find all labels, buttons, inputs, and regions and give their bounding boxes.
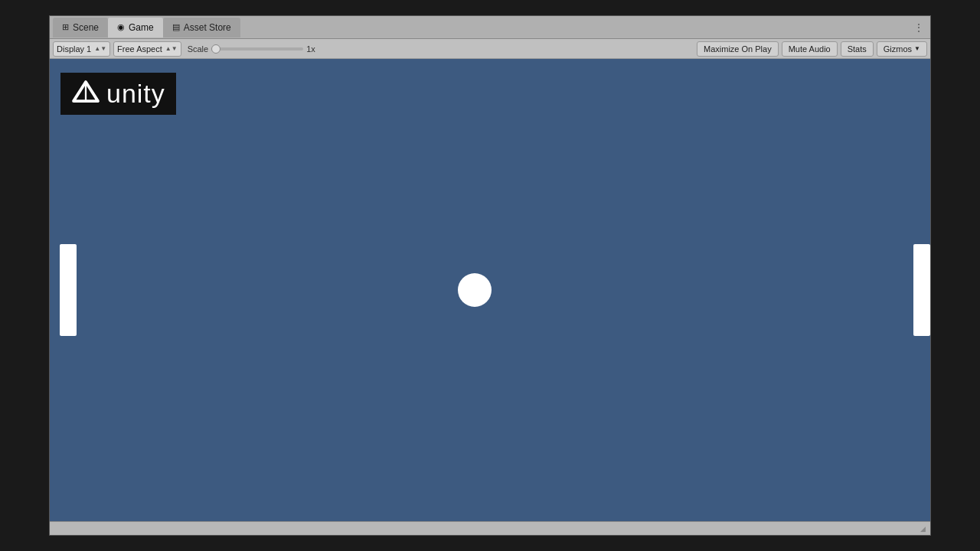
display-arrow-icon: ▲▼	[94, 45, 106, 52]
game-viewport: unity	[50, 59, 930, 521]
ball	[458, 273, 492, 307]
tab-scene-label: Scene	[73, 22, 99, 33]
tab-bar: ⊞ Scene ◉ Game ▤ Asset Store ⋮	[50, 16, 930, 39]
tab-bar-right: ⋮	[910, 21, 927, 34]
paddle-left	[60, 244, 77, 336]
scale-slider-thumb	[211, 44, 220, 54]
game-icon: ◉	[117, 22, 125, 32]
tab-asset-store-label: Asset Store	[184, 22, 231, 33]
gizmos-button[interactable]: Gizmos ▼	[877, 41, 927, 57]
paddle-right	[913, 244, 930, 336]
resize-handle-icon[interactable]: ◢	[918, 524, 927, 533]
toolbar: Display 1 ▲▼ Free Aspect ▲▼ Scale 1x Max…	[50, 39, 930, 59]
tab-overflow-icon[interactable]: ⋮	[910, 21, 927, 34]
unity-logo-text: unity	[106, 79, 165, 109]
display-select[interactable]: Display 1 ▲▼	[53, 41, 110, 57]
aspect-select[interactable]: Free Aspect ▲▼	[113, 41, 181, 57]
aspect-label: Free Aspect	[117, 44, 162, 54]
scale-value: 1x	[306, 44, 315, 54]
tab-scene[interactable]: ⊞ Scene	[53, 18, 108, 37]
mute-audio-button[interactable]: Mute Audio	[782, 41, 838, 57]
unity-logo-svg	[71, 80, 100, 109]
scale-container: Scale 1x	[188, 44, 315, 54]
tab-asset-store[interactable]: ▤ Asset Store	[163, 18, 240, 37]
tab-game[interactable]: ◉ Game	[108, 18, 163, 37]
gizmos-arrow-icon: ▼	[914, 45, 920, 52]
bottom-bar: ◢	[50, 521, 930, 535]
tab-game-label: Game	[129, 22, 154, 33]
editor-window: ⊞ Scene ◉ Game ▤ Asset Store ⋮ Display 1…	[49, 15, 931, 536]
scale-label: Scale	[188, 44, 209, 54]
scene-icon: ⊞	[62, 22, 69, 32]
display-label: Display 1	[57, 44, 91, 54]
aspect-arrow-icon: ▲▼	[165, 45, 178, 52]
stats-button[interactable]: Stats	[841, 41, 874, 57]
scale-slider[interactable]	[211, 47, 303, 51]
maximize-on-play-button[interactable]: Maximize On Play	[697, 41, 779, 57]
unity-logo: unity	[60, 73, 176, 115]
asset-store-icon: ▤	[172, 22, 180, 32]
